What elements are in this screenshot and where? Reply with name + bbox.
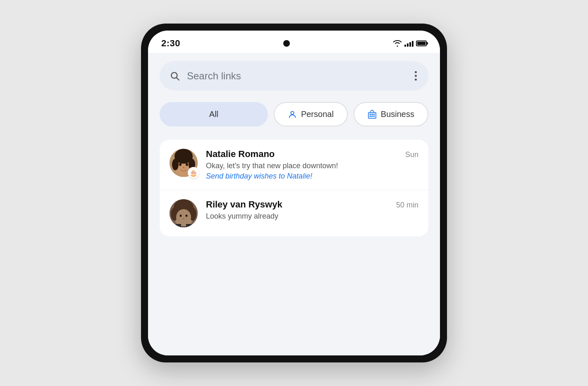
status-bar: 2:30 [148,31,440,53]
avatar-wrap-natalie: 🎂 [170,149,198,177]
conv-time-natalie: Sun [405,150,418,159]
filter-tabs: All Personal [160,102,428,126]
svg-point-16 [186,163,188,166]
status-time: 2:30 [161,38,180,49]
svg-line-1 [177,77,179,80]
tab-business[interactable]: Business [354,102,428,126]
svg-rect-5 [371,114,373,115]
conv-name-natalie: Natalie Romano [206,149,275,160]
battery-icon [416,41,427,46]
search-placeholder-text: Search links [187,70,413,82]
svg-rect-18 [181,174,186,177]
conv-time-riley: 50 min [396,201,418,210]
conv-content-riley: Riley van Ryswyk 50 min Looks yummy alre… [206,199,418,222]
birthday-badge: 🎂 [188,167,199,179]
search-bar[interactable]: Search links [160,61,428,91]
more-options-button[interactable] [413,69,418,82]
conv-message-natalie: Okay, let’s try that new place downtown! [206,162,418,170]
svg-rect-7 [369,115,371,117]
conv-suggestion-natalie[interactable]: Send birthday wishes to Natalie! [206,172,418,181]
svg-point-17 [183,167,184,168]
business-icon [368,110,377,119]
conv-message-riley: Looks yummy already [206,212,418,221]
signal-icon [404,40,414,47]
conversation-list: 🎂 Natalie Romano Sun Okay, let’s try tha… [160,140,428,236]
main-content: Search links All Personal [148,53,440,355]
avatar-riley [170,199,198,227]
svg-point-15 [179,163,182,166]
conv-content-natalie: Natalie Romano Sun Okay, let’s try that … [206,149,418,181]
conversation-item-riley[interactable]: Riley van Ryswyk 50 min Looks yummy alre… [160,190,428,236]
svg-point-30 [183,218,184,219]
conversation-item-natalie[interactable]: 🎂 Natalie Romano Sun Okay, let’s try tha… [160,140,428,190]
svg-rect-8 [371,115,373,117]
person-icon [288,110,297,119]
search-icon [170,71,180,81]
svg-point-13 [172,159,179,170]
svg-point-29 [186,214,188,217]
tab-personal[interactable]: Personal [274,102,348,126]
svg-rect-9 [373,115,375,117]
svg-point-28 [180,214,182,217]
svg-rect-3 [368,112,376,118]
avatar-wrap-riley [170,199,198,227]
svg-point-2 [291,111,294,114]
wifi-icon [393,40,402,47]
svg-rect-32 [181,223,186,226]
tab-all[interactable]: All [160,102,268,126]
svg-rect-4 [369,114,371,115]
conv-name-riley: Riley van Ryswyk [206,199,282,210]
svg-rect-6 [373,114,375,115]
front-camera [283,40,290,47]
status-icons [393,40,427,47]
phone-screen: 2:30 [148,31,440,355]
phone-frame: 2:30 [141,24,447,362]
